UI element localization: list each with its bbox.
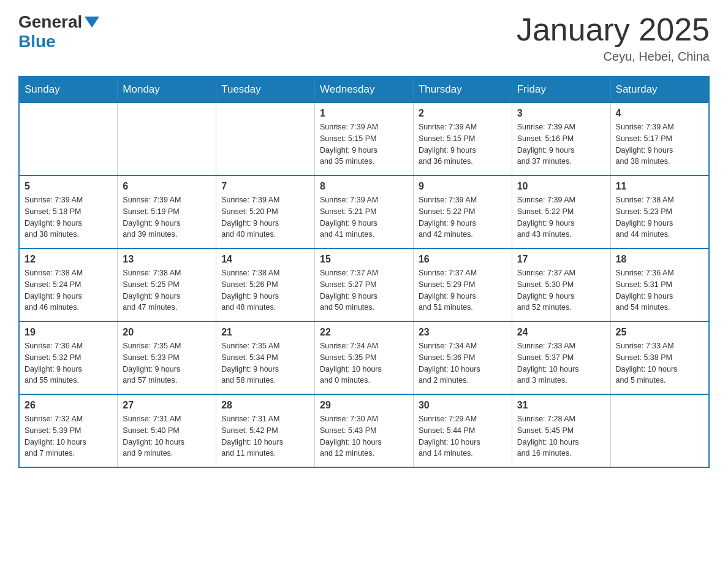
logo-general-text: General xyxy=(18,12,82,32)
day-number: 16 xyxy=(419,254,507,265)
day-info: Sunrise: 7:39 AM Sunset: 5:18 PM Dayligh… xyxy=(25,194,112,240)
day-cell-16: 16Sunrise: 7:37 AM Sunset: 5:29 PM Dayli… xyxy=(413,248,512,321)
day-cell-26: 26Sunrise: 7:32 AM Sunset: 5:39 PM Dayli… xyxy=(19,394,118,467)
empty-cell xyxy=(610,394,709,467)
weekday-header-monday: Monday xyxy=(118,77,216,102)
day-cell-17: 17Sunrise: 7:37 AM Sunset: 5:30 PM Dayli… xyxy=(512,248,610,321)
weekday-header-thursday: Thursday xyxy=(413,77,512,102)
calendar-header: SundayMondayTuesdayWednesdayThursdayFrid… xyxy=(19,77,709,102)
day-cell-13: 13Sunrise: 7:38 AM Sunset: 5:25 PM Dayli… xyxy=(118,248,216,321)
day-number: 26 xyxy=(25,400,112,411)
day-number: 27 xyxy=(123,400,211,411)
day-number: 13 xyxy=(123,254,211,265)
day-info: Sunrise: 7:33 AM Sunset: 5:38 PM Dayligh… xyxy=(616,340,703,386)
day-cell-24: 24Sunrise: 7:33 AM Sunset: 5:37 PM Dayli… xyxy=(512,321,610,394)
day-number: 15 xyxy=(320,254,408,265)
day-number: 28 xyxy=(221,400,309,411)
day-info: Sunrise: 7:38 AM Sunset: 5:26 PM Dayligh… xyxy=(221,267,309,313)
week-row-3: 12Sunrise: 7:38 AM Sunset: 5:24 PM Dayli… xyxy=(19,248,709,321)
day-number: 8 xyxy=(320,181,408,192)
day-info: Sunrise: 7:39 AM Sunset: 5:16 PM Dayligh… xyxy=(517,121,605,167)
weekday-header-friday: Friday xyxy=(512,77,610,102)
calendar-body: 1Sunrise: 7:39 AM Sunset: 5:15 PM Daylig… xyxy=(19,102,709,467)
day-number: 11 xyxy=(616,181,703,192)
day-number: 10 xyxy=(517,181,605,192)
day-cell-31: 31Sunrise: 7:28 AM Sunset: 5:45 PM Dayli… xyxy=(512,394,610,467)
day-number: 22 xyxy=(320,327,408,338)
day-info: Sunrise: 7:35 AM Sunset: 5:33 PM Dayligh… xyxy=(123,340,211,386)
day-info: Sunrise: 7:34 AM Sunset: 5:36 PM Dayligh… xyxy=(419,340,507,386)
day-cell-12: 12Sunrise: 7:38 AM Sunset: 5:24 PM Dayli… xyxy=(19,248,118,321)
month-title: January 2025 xyxy=(517,12,710,47)
day-number: 4 xyxy=(616,108,703,119)
day-cell-5: 5Sunrise: 7:39 AM Sunset: 5:18 PM Daylig… xyxy=(19,175,118,248)
day-number: 3 xyxy=(517,108,605,119)
day-info: Sunrise: 7:38 AM Sunset: 5:23 PM Dayligh… xyxy=(616,194,703,240)
day-cell-27: 27Sunrise: 7:31 AM Sunset: 5:40 PM Dayli… xyxy=(118,394,216,467)
day-info: Sunrise: 7:34 AM Sunset: 5:35 PM Dayligh… xyxy=(320,340,408,386)
day-cell-15: 15Sunrise: 7:37 AM Sunset: 5:27 PM Dayli… xyxy=(315,248,414,321)
day-cell-10: 10Sunrise: 7:39 AM Sunset: 5:22 PM Dayli… xyxy=(512,175,610,248)
day-number: 21 xyxy=(221,327,309,338)
week-row-1: 1Sunrise: 7:39 AM Sunset: 5:15 PM Daylig… xyxy=(19,102,709,175)
day-info: Sunrise: 7:37 AM Sunset: 5:30 PM Dayligh… xyxy=(517,267,605,313)
calendar-table: SundayMondayTuesdayWednesdayThursdayFrid… xyxy=(18,76,710,468)
logo-blue-text: Blue xyxy=(18,32,56,52)
location: Ceyu, Hebei, China xyxy=(517,50,710,64)
day-cell-30: 30Sunrise: 7:29 AM Sunset: 5:44 PM Dayli… xyxy=(413,394,512,467)
day-info: Sunrise: 7:32 AM Sunset: 5:39 PM Dayligh… xyxy=(25,413,112,459)
weekday-header-sunday: Sunday xyxy=(19,77,118,102)
day-cell-6: 6Sunrise: 7:39 AM Sunset: 5:19 PM Daylig… xyxy=(118,175,216,248)
day-info: Sunrise: 7:39 AM Sunset: 5:22 PM Dayligh… xyxy=(517,194,605,240)
day-cell-1: 1Sunrise: 7:39 AM Sunset: 5:15 PM Daylig… xyxy=(315,102,414,175)
day-cell-21: 21Sunrise: 7:35 AM Sunset: 5:34 PM Dayli… xyxy=(216,321,315,394)
empty-cell xyxy=(19,102,118,175)
day-number: 9 xyxy=(419,181,507,192)
logo-triangle-icon xyxy=(85,17,99,28)
day-info: Sunrise: 7:38 AM Sunset: 5:24 PM Dayligh… xyxy=(25,267,112,313)
day-info: Sunrise: 7:31 AM Sunset: 5:40 PM Dayligh… xyxy=(123,413,211,459)
day-number: 23 xyxy=(419,327,507,338)
day-number: 6 xyxy=(123,181,211,192)
week-row-2: 5Sunrise: 7:39 AM Sunset: 5:18 PM Daylig… xyxy=(19,175,709,248)
day-cell-22: 22Sunrise: 7:34 AM Sunset: 5:35 PM Dayli… xyxy=(315,321,414,394)
day-cell-25: 25Sunrise: 7:33 AM Sunset: 5:38 PM Dayli… xyxy=(610,321,709,394)
day-info: Sunrise: 7:30 AM Sunset: 5:43 PM Dayligh… xyxy=(320,413,408,459)
weekday-header-wednesday: Wednesday xyxy=(315,77,414,102)
day-cell-23: 23Sunrise: 7:34 AM Sunset: 5:36 PM Dayli… xyxy=(413,321,512,394)
day-cell-20: 20Sunrise: 7:35 AM Sunset: 5:33 PM Dayli… xyxy=(118,321,216,394)
week-row-5: 26Sunrise: 7:32 AM Sunset: 5:39 PM Dayli… xyxy=(19,394,709,467)
weekday-header-tuesday: Tuesday xyxy=(216,77,315,102)
day-info: Sunrise: 7:39 AM Sunset: 5:17 PM Dayligh… xyxy=(616,121,703,167)
day-number: 31 xyxy=(517,400,605,411)
day-number: 29 xyxy=(320,400,408,411)
day-cell-3: 3Sunrise: 7:39 AM Sunset: 5:16 PM Daylig… xyxy=(512,102,610,175)
day-cell-28: 28Sunrise: 7:31 AM Sunset: 5:42 PM Dayli… xyxy=(216,394,315,467)
day-info: Sunrise: 7:39 AM Sunset: 5:15 PM Dayligh… xyxy=(320,121,408,167)
empty-cell xyxy=(118,102,216,175)
day-cell-19: 19Sunrise: 7:36 AM Sunset: 5:32 PM Dayli… xyxy=(19,321,118,394)
day-info: Sunrise: 7:29 AM Sunset: 5:44 PM Dayligh… xyxy=(419,413,507,459)
day-info: Sunrise: 7:38 AM Sunset: 5:25 PM Dayligh… xyxy=(123,267,211,313)
day-info: Sunrise: 7:39 AM Sunset: 5:22 PM Dayligh… xyxy=(419,194,507,240)
day-number: 25 xyxy=(616,327,703,338)
day-info: Sunrise: 7:37 AM Sunset: 5:29 PM Dayligh… xyxy=(419,267,507,313)
day-info: Sunrise: 7:39 AM Sunset: 5:19 PM Dayligh… xyxy=(123,194,211,240)
day-number: 18 xyxy=(616,254,703,265)
day-info: Sunrise: 7:36 AM Sunset: 5:32 PM Dayligh… xyxy=(25,340,112,386)
day-number: 5 xyxy=(25,181,112,192)
day-info: Sunrise: 7:28 AM Sunset: 5:45 PM Dayligh… xyxy=(517,413,605,459)
day-cell-18: 18Sunrise: 7:36 AM Sunset: 5:31 PM Dayli… xyxy=(610,248,709,321)
day-info: Sunrise: 7:39 AM Sunset: 5:21 PM Dayligh… xyxy=(320,194,408,240)
day-info: Sunrise: 7:37 AM Sunset: 5:27 PM Dayligh… xyxy=(320,267,408,313)
day-cell-9: 9Sunrise: 7:39 AM Sunset: 5:22 PM Daylig… xyxy=(413,175,512,248)
day-number: 7 xyxy=(221,181,309,192)
day-number: 19 xyxy=(25,327,112,338)
day-number: 14 xyxy=(221,254,309,265)
week-row-4: 19Sunrise: 7:36 AM Sunset: 5:32 PM Dayli… xyxy=(19,321,709,394)
day-cell-29: 29Sunrise: 7:30 AM Sunset: 5:43 PM Dayli… xyxy=(315,394,414,467)
weekday-row: SundayMondayTuesdayWednesdayThursdayFrid… xyxy=(19,77,709,102)
day-number: 2 xyxy=(419,108,507,119)
day-cell-4: 4Sunrise: 7:39 AM Sunset: 5:17 PM Daylig… xyxy=(610,102,709,175)
day-info: Sunrise: 7:35 AM Sunset: 5:34 PM Dayligh… xyxy=(221,340,309,386)
